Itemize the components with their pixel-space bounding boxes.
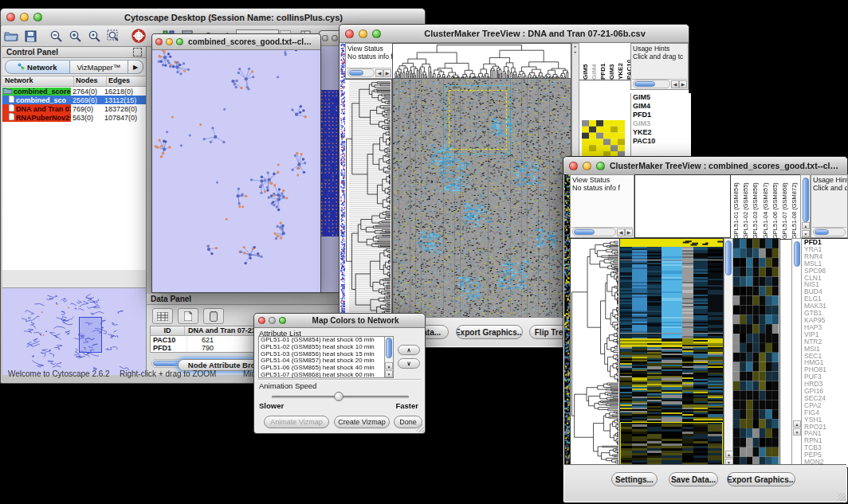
close-button[interactable] bbox=[345, 29, 354, 38]
new-attribute-icon[interactable] bbox=[178, 308, 198, 324]
row-dendrogram-canvas[interactable] bbox=[571, 239, 618, 466]
export-graphics-button[interactable]: Export Graphics... bbox=[727, 472, 795, 486]
attribute-list-vscrollbar[interactable]: ▲ ▼ bbox=[384, 337, 393, 377]
zoom-fit-icon[interactable] bbox=[104, 28, 122, 44]
gene-label[interactable]: SEC24 bbox=[804, 395, 848, 402]
scroll-left-icon[interactable]: ◀ bbox=[617, 229, 625, 236]
gene-label[interactable]: HAP3 bbox=[804, 324, 848, 331]
gene-label[interactable]: PFD1 bbox=[804, 239, 848, 246]
gene-label[interactable]: SEC1 bbox=[804, 353, 848, 360]
open-file-icon[interactable] bbox=[2, 28, 20, 44]
save-data-button[interactable]: Save Data... bbox=[669, 472, 718, 486]
zoom-selected-icon[interactable] bbox=[85, 28, 103, 44]
gene-label[interactable]: PAC10 bbox=[633, 137, 691, 146]
gene-label[interactable]: SPC98 bbox=[804, 268, 848, 275]
network-table-row[interactable]: DNA and Tran 07769(0)183728(0) bbox=[2, 104, 146, 113]
scroll-down-icon[interactable]: ▼ bbox=[802, 230, 810, 237]
gene-label[interactable]: RPN1 bbox=[804, 437, 848, 444]
gene-label[interactable]: FIG4 bbox=[804, 409, 848, 416]
column-label[interactable]: YKE2 bbox=[617, 43, 624, 80]
zoom-button[interactable] bbox=[372, 29, 381, 38]
close-button[interactable] bbox=[322, 35, 328, 41]
gene-label[interactable]: GIM4 bbox=[633, 102, 691, 111]
zoom-in-icon[interactable] bbox=[66, 28, 84, 44]
gene-label[interactable]: CLN1 bbox=[804, 275, 848, 282]
window-controls[interactable] bbox=[6, 13, 42, 21]
column-label[interactable]: GPL51-06 (GSM865) bbox=[771, 175, 779, 239]
columns-vscrollbar[interactable]: ▲ ▼ bbox=[800, 174, 811, 238]
usage-hints-hscrollbar[interactable] bbox=[812, 227, 846, 236]
view-status-hscrollbar[interactable]: ◀ ▶ bbox=[571, 227, 633, 236]
scroll-left-icon[interactable]: ◀ bbox=[375, 69, 383, 77]
zoom-button[interactable] bbox=[279, 317, 286, 324]
treeview1-titlebar[interactable]: ClusterMaker TreeView : DNA and Tran 07-… bbox=[340, 25, 689, 43]
scroll-up-icon[interactable]: ▲ bbox=[802, 222, 810, 229]
gene-label[interactable]: PEP5 bbox=[804, 451, 848, 459]
gene-label[interactable]: RPO21 bbox=[804, 424, 848, 431]
gene-label[interactable]: VIP1 bbox=[804, 331, 848, 338]
minimize-button[interactable] bbox=[269, 317, 276, 324]
gene-label[interactable]: GIM5 bbox=[633, 93, 691, 102]
scroll-right-icon[interactable]: ▶ bbox=[679, 80, 687, 88]
gene-label[interactable]: PHO81 bbox=[804, 366, 848, 373]
gene-label[interactable]: ELG1 bbox=[804, 295, 848, 303]
column-label[interactable]: GPL51-03 (GSM856) bbox=[752, 175, 760, 239]
gene-label[interactable]: YKE2 bbox=[633, 128, 691, 137]
birdseye-view-canvas[interactable] bbox=[2, 288, 144, 373]
animation-speed-slider[interactable] bbox=[272, 396, 409, 398]
scroll-up-icon[interactable]: ▲ bbox=[793, 420, 801, 428]
gene-label[interactable]: MSI1 bbox=[804, 346, 848, 353]
gene-label[interactable]: MSL1 bbox=[804, 260, 848, 268]
attribute-listbox[interactable]: GPL51-01 (GSM854) heat shock 05 minGPL51… bbox=[258, 336, 394, 378]
column-label[interactable]: GPL51-04 (GSM857) bbox=[762, 175, 770, 239]
gene-label[interactable]: PAN1 bbox=[804, 430, 848, 437]
scroll-down-icon[interactable]: ▼ bbox=[793, 428, 801, 436]
column-label[interactable]: GPL51-02 (GSM855) bbox=[742, 175, 750, 239]
zoom-button[interactable] bbox=[33, 13, 42, 21]
gene-label[interactable]: YSH1 bbox=[804, 416, 848, 424]
gene-label[interactable]: TCB3 bbox=[804, 444, 848, 451]
help-lifebuoy-icon[interactable] bbox=[130, 28, 147, 44]
column-label[interactable]: GIM3 bbox=[608, 43, 615, 80]
gene-label[interactable]: RNR4 bbox=[804, 253, 848, 260]
gene-label[interactable]: NTR2 bbox=[804, 338, 848, 346]
column-label[interactable]: GPL51-08 (GSM872) bbox=[791, 175, 799, 239]
gene-label[interactable]: MAK31 bbox=[804, 303, 848, 310]
minimize-button[interactable] bbox=[583, 162, 591, 170]
network-view-titlebar[interactable]: combined_scores_good.txt--cluste... bbox=[152, 34, 320, 50]
gene-label[interactable]: BUD4 bbox=[804, 288, 848, 295]
minimize-button[interactable] bbox=[359, 29, 367, 38]
gene-label[interactable]: NIS1 bbox=[804, 281, 848, 288]
gene-label[interactable]: PFD1 bbox=[633, 111, 691, 119]
move-attribute-down-button[interactable]: ∨ bbox=[398, 358, 420, 369]
gene-label[interactable]: GPI16 bbox=[804, 388, 848, 395]
resize-grip[interactable] bbox=[416, 424, 424, 432]
global-position-strip[interactable] bbox=[564, 174, 570, 467]
more-tabs-button[interactable]: ▶ bbox=[128, 60, 143, 74]
heatmap-vscrollbar[interactable]: ▲ ▼ bbox=[724, 238, 733, 467]
tab-vizmapper[interactable]: VizMapper™ bbox=[70, 60, 128, 74]
close-button[interactable] bbox=[155, 38, 163, 45]
minimize-button[interactable] bbox=[166, 38, 173, 45]
zoom-heatmap-canvas[interactable] bbox=[582, 120, 625, 158]
delete-attribute-icon[interactable] bbox=[203, 308, 224, 324]
column-dendrogram-canvas[interactable] bbox=[393, 44, 571, 78]
zoom-button[interactable] bbox=[596, 162, 605, 170]
scroll-down-icon[interactable]: ▼ bbox=[385, 370, 393, 377]
row-dendrogram-canvas[interactable] bbox=[345, 80, 391, 318]
column-label[interactable]: GPL51-07 (GSM868) bbox=[781, 175, 789, 239]
tab-network[interactable]: Network bbox=[5, 60, 70, 74]
column-label[interactable]: GPL51-01 (GSM854) bbox=[732, 175, 740, 239]
zoom-out-icon[interactable] bbox=[47, 28, 65, 44]
scroll-up-icon[interactable]: ▲ bbox=[725, 451, 733, 458]
dialog-titlebar[interactable]: Map Colors to Network bbox=[254, 314, 425, 328]
scroll-left-icon[interactable]: ◀ bbox=[671, 80, 679, 88]
genelist-vscrollbar[interactable]: ▲ ▼ bbox=[791, 238, 802, 467]
create-vizmap-button[interactable]: Create Vizmap bbox=[334, 416, 390, 428]
network-table-row[interactable]: combined_scores_2764(0)16218(0) bbox=[2, 87, 146, 96]
network-table-row[interactable]: RNAPuberNov2+563(0)107847(0) bbox=[2, 113, 146, 122]
save-icon[interactable] bbox=[22, 28, 39, 44]
usage-hints-hscrollbar[interactable]: ◀ ▶ bbox=[632, 79, 687, 88]
gene-label[interactable]: CPA2 bbox=[804, 402, 848, 409]
minimize-button[interactable] bbox=[332, 35, 338, 41]
